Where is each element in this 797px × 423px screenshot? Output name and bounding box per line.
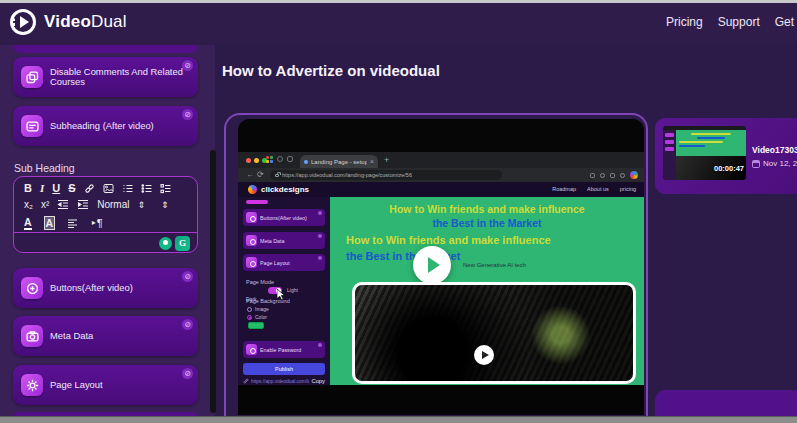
play-logo-icon [10,9,36,35]
sidebar-card-label: Subheading (After video) [50,106,192,146]
grammarly-pin-icon[interactable] [159,237,172,250]
hero-video-player[interactable] [352,282,636,384]
text-direction-button[interactable]: ‣¶ [90,217,102,230]
image-icon[interactable] [103,183,114,194]
apps-grid-icon[interactable] [266,156,273,163]
panel-card-meta-data[interactable]: Meta Data [243,232,325,249]
sidebar-card-subheading[interactable]: Subheading (After video) ⊘ [13,106,198,146]
radio-unselected-icon[interactable] [247,307,252,312]
toggle-visibility-icon[interactable] [318,211,322,215]
top-nav: Pricing Support Get Connected [666,15,797,29]
profile-avatar[interactable] [630,171,638,179]
copy-button[interactable]: Copy [311,378,325,384]
size-arrow-icon[interactable]: ⇕ [161,200,169,210]
camera-icon [246,235,257,246]
italic-button[interactable]: I [40,182,44,194]
sidebar-card-page-layout[interactable]: Page Layout ⊘ [13,365,198,405]
toggle-visibility-icon[interactable] [318,256,322,260]
format-dropdown[interactable]: Normal [97,199,129,210]
editor-divider [14,232,197,233]
site-nav-about[interactable]: About us [587,186,609,192]
color-radio-row[interactable]: Color [247,314,267,320]
new-tab-button[interactable]: + [384,155,389,165]
toggle-visibility-icon[interactable] [318,234,322,238]
video-thumbnail[interactable]: 00:00:47 [663,126,746,180]
subheading-icon [21,115,43,137]
site-brand[interactable]: clickdesigns [261,185,309,194]
history-icon[interactable] [277,156,283,162]
toggle-visibility-icon[interactable] [318,343,322,347]
indent-icon[interactable] [77,199,89,210]
extensions-icon[interactable] [620,173,625,178]
editor-toolbar-row-1: B I U S [24,182,171,194]
panel-card-enable-password[interactable]: Enable Password [243,341,325,358]
publish-link-row: https://app.videodual.com/landing Copy [243,378,325,384]
site-nav-pricing[interactable]: pricing [620,186,636,192]
check-list-icon[interactable] [160,183,171,194]
panel-accent-bar [246,200,268,204]
traffic-light-close-icon[interactable] [246,158,251,163]
nav-support[interactable]: Support [718,15,760,29]
brand-name: VideoDual [44,12,127,32]
url-text: https://app.videodual.com/landing-page/c… [282,172,412,178]
toggle-visibility-icon[interactable]: ⊘ [182,319,193,330]
back-icon[interactable]: ← [246,170,254,179]
horizontal-scrollbar[interactable] [0,416,797,423]
video-play-icon[interactable] [474,345,494,365]
dropdown-arrow-icon[interactable]: ⇕ [137,200,145,210]
publish-button[interactable]: Publish [243,363,325,375]
outdent-icon[interactable] [57,199,69,210]
underline-button[interactable]: U [52,182,60,194]
video-list-item[interactable]: 00:00:47 Video1730306 Nov 12, 2024 [655,118,797,194]
panel-card-page-layout[interactable]: Page Layout [243,254,325,271]
bullet-list-icon[interactable] [141,183,152,194]
toggle-visibility-icon[interactable]: ⊘ [182,60,193,71]
sidebar-scrollbar[interactable] [210,150,216,413]
browser-tab[interactable]: Landing Page - setup × [300,155,378,168]
page-mode-label: Page Mode [246,279,274,285]
hero-play-button[interactable] [413,246,451,284]
nav-get-connected[interactable]: Get Connected [775,15,797,29]
gear-icon [21,374,43,396]
comments-icon [21,66,43,88]
address-field[interactable]: https://app.videodual.com/landing-page/c… [270,170,502,180]
superscript-button[interactable]: x² [41,199,49,210]
sidebar-card-partial-top[interactable] [13,45,198,53]
panel-card-buttons[interactable]: Buttons(After video) [243,209,325,226]
color-swatch[interactable] [248,322,264,329]
bookmark-icon[interactable] [600,173,605,178]
traffic-light-minimize-icon[interactable] [254,158,259,163]
sidebar-card-buttons[interactable]: Buttons(After video) ⊘ [13,268,198,308]
strikethrough-button[interactable]: S [68,182,75,194]
nav-pricing[interactable]: Pricing [666,15,703,29]
brand-light: Dual [91,12,127,31]
subscript-button[interactable]: x₂ [24,199,33,210]
grammarly-icon[interactable]: G [175,236,190,251]
toggle-visibility-icon[interactable]: ⊘ [182,109,193,120]
page-title: How to Advertize on videodual [222,62,440,79]
subheading-rich-text-editor[interactable]: B I U S x₂ x² [13,176,198,253]
app-logo[interactable]: VideoDual [10,9,127,35]
ordered-list-icon[interactable] [122,183,133,194]
sidebar-card-disable-comments[interactable]: Disable Comments And Related Courses ⊘ [13,57,198,97]
bold-button[interactable]: B [24,182,32,194]
link-icon[interactable] [84,183,95,194]
highlight-color-button[interactable]: A [44,216,56,230]
toggle-visibility-icon[interactable]: ⊘ [182,271,193,282]
sidebar-card-meta-data[interactable]: Meta Data ⊘ [13,316,198,356]
image-radio-row[interactable]: Image [247,306,269,312]
window-icon[interactable] [287,156,293,162]
toggle-visibility-icon[interactable]: ⊘ [182,368,193,379]
publish-url[interactable]: https://app.videodual.com/landing [251,379,309,384]
panel-card-label: Meta Data [260,232,284,249]
grammarly-badges: G [159,236,190,251]
text-color-button[interactable]: A [24,216,32,230]
site-nav-roadmap[interactable]: Roadmap [552,186,576,192]
tab-close-icon[interactable]: × [370,158,374,165]
radio-selected-icon[interactable] [247,315,252,320]
align-icon[interactable] [67,218,78,229]
download-icon[interactable] [610,173,615,178]
reload-icon[interactable]: ⟳ [257,170,264,179]
panel-card-label: Buttons(After video) [260,209,307,226]
share-icon[interactable] [590,173,595,178]
